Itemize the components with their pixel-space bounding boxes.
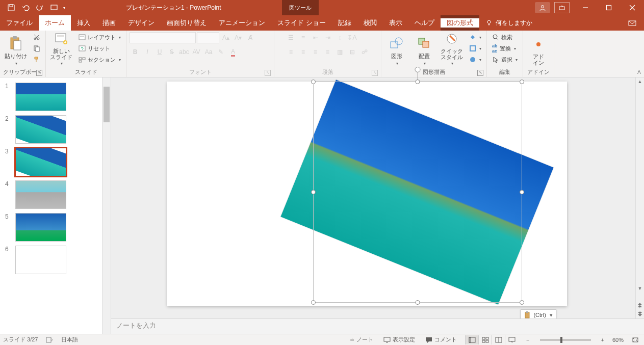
shrink-font-icon[interactable]: A▾	[233, 32, 244, 43]
font-launcher[interactable]: ⤡	[265, 70, 271, 76]
tab-animations[interactable]: アニメーション	[213, 15, 271, 31]
zoom-slider[interactable]	[540, 339, 591, 341]
paragraph-launcher[interactable]: ⤡	[372, 70, 378, 76]
layout-button[interactable]: レイアウト▾	[76, 32, 123, 42]
thumbnail-item[interactable]: 6	[0, 244, 111, 276]
numbering-icon[interactable]: ≡	[298, 32, 309, 43]
reading-view-button[interactable]	[492, 335, 505, 344]
account-button[interactable]	[535, 2, 550, 13]
zoom-percent[interactable]: 60%	[612, 337, 624, 343]
normal-view-button[interactable]	[465, 335, 478, 344]
arrange-button[interactable]: 配置▾	[412, 32, 436, 66]
resize-handle-e[interactable]	[520, 190, 524, 195]
paste-button[interactable]: 貼り付け ▾	[4, 32, 28, 66]
font-size-combo[interactable]	[197, 32, 219, 43]
format-painter-button[interactable]	[31, 55, 42, 65]
decrease-indent-icon[interactable]: ⇤	[310, 32, 321, 43]
clipboard-launcher[interactable]: ⤡	[36, 70, 42, 76]
slide-canvas[interactable]	[167, 82, 567, 306]
underline-icon[interactable]: U	[154, 46, 165, 58]
tab-help[interactable]: ヘルプ	[408, 15, 441, 31]
tab-record[interactable]: 記録	[332, 15, 357, 31]
select-button[interactable]: 選択▾	[490, 55, 520, 65]
drawing-launcher[interactable]: ⤡	[477, 70, 483, 76]
replace-button[interactable]: abac置換▾	[490, 43, 520, 54]
start-from-beginning-icon[interactable]	[48, 2, 60, 14]
language-indicator[interactable]: 日本語	[61, 336, 78, 343]
resize-handle-se[interactable]	[520, 300, 524, 305]
highlight-icon[interactable]: ✎	[215, 46, 226, 58]
fit-to-window-button[interactable]	[630, 337, 641, 343]
tab-view[interactable]: 表示	[383, 15, 408, 31]
tab-review[interactable]: 校閲	[357, 15, 383, 31]
resize-handle-nw[interactable]	[311, 79, 316, 84]
sorter-view-button[interactable]	[478, 335, 492, 344]
thumbnail-scrollbar[interactable]	[102, 77, 111, 334]
align-center-icon[interactable]: ≡	[298, 46, 309, 58]
shapes-button[interactable]: 図形▾	[384, 32, 409, 66]
quick-styles-button[interactable]: クイック スタイル▾	[440, 32, 464, 66]
zoom-out-button[interactable]: −	[524, 337, 531, 343]
selection-box[interactable]	[313, 82, 522, 303]
addins-button[interactable]: アド イン	[526, 32, 551, 66]
section-button[interactable]: セクション▾	[76, 55, 123, 65]
justify-icon[interactable]: ≡	[322, 46, 333, 58]
font-color-icon[interactable]: A	[227, 46, 239, 58]
rotate-handle[interactable]	[415, 67, 421, 72]
scroll-down-icon[interactable]: ▼	[636, 284, 644, 293]
line-spacing-icon[interactable]: ↕	[334, 32, 346, 43]
reset-button[interactable]: リセット	[76, 43, 123, 54]
tab-insert[interactable]: 挿入	[71, 15, 96, 31]
notes-button[interactable]: ≐ ノート	[348, 336, 375, 343]
undo-icon[interactable]	[19, 2, 32, 14]
shape-fill-button[interactable]: ▾	[467, 32, 483, 42]
minimize-button[interactable]	[574, 0, 597, 15]
ribbon-display-options-icon[interactable]	[554, 2, 570, 13]
smartart-icon[interactable]: ☍	[359, 46, 370, 58]
share-button[interactable]	[621, 15, 644, 31]
italic-icon[interactable]: I	[142, 46, 153, 58]
bullets-icon[interactable]: ☰	[286, 32, 297, 43]
columns-icon[interactable]: ▥	[334, 46, 346, 58]
thumbnail-item[interactable]: 1	[0, 81, 111, 113]
clear-format-icon[interactable]: A̸	[245, 32, 256, 43]
increase-indent-icon[interactable]: ⇥	[322, 32, 333, 43]
change-case-icon[interactable]: Aa	[203, 46, 214, 58]
notes-pane[interactable]: ノートを入力	[111, 319, 644, 334]
resize-handle-sw[interactable]	[311, 300, 316, 305]
new-slide-button[interactable]: 新しい スライド ▾	[49, 32, 73, 66]
spellcheck-icon[interactable]	[44, 337, 55, 343]
redo-icon[interactable]	[34, 2, 46, 14]
display-settings-button[interactable]: 表示設定	[381, 336, 417, 343]
thumbnail-item[interactable]: 2	[0, 113, 111, 146]
slide-counter[interactable]: スライド 3/27	[3, 336, 38, 343]
resize-handle-s[interactable]	[416, 300, 420, 305]
find-button[interactable]: 検索	[490, 32, 520, 42]
shape-effects-button[interactable]: ▾	[467, 55, 483, 65]
tab-home[interactable]: ホーム	[39, 15, 71, 31]
next-slide-icon[interactable]: ⯯	[637, 310, 643, 317]
char-spacing-icon[interactable]: AV	[191, 46, 202, 58]
cut-button[interactable]	[31, 32, 42, 42]
maximize-button[interactable]	[597, 0, 621, 15]
slideshow-view-button[interactable]	[505, 335, 518, 344]
tab-design[interactable]: デザイン	[122, 15, 161, 31]
copy-button[interactable]	[31, 43, 42, 54]
close-button[interactable]	[621, 0, 644, 15]
tell-me-search[interactable]: 何をしますか	[479, 15, 532, 31]
shape-outline-button[interactable]: ▾	[467, 43, 483, 54]
resize-handle-w[interactable]	[311, 190, 316, 195]
align-text-icon[interactable]: ⊟	[347, 46, 358, 58]
resize-handle-ne[interactable]	[520, 79, 524, 84]
thumbnail-item[interactable]: 5	[0, 211, 111, 244]
editor-vscrollbar[interactable]: ▲ ▼	[635, 77, 644, 319]
text-direction-icon[interactable]: ↧A	[347, 32, 358, 43]
resize-handle-n[interactable]	[416, 79, 420, 84]
align-left-icon[interactable]: ≡	[286, 46, 297, 58]
thumbnail-item[interactable]: 3	[0, 146, 111, 178]
align-right-icon[interactable]: ≡	[310, 46, 321, 58]
bold-icon[interactable]: B	[130, 46, 141, 58]
shadow-icon[interactable]: abc	[178, 46, 190, 58]
tab-transitions[interactable]: 画面切り替え	[161, 15, 213, 31]
comments-button[interactable]: コメント	[423, 336, 459, 343]
